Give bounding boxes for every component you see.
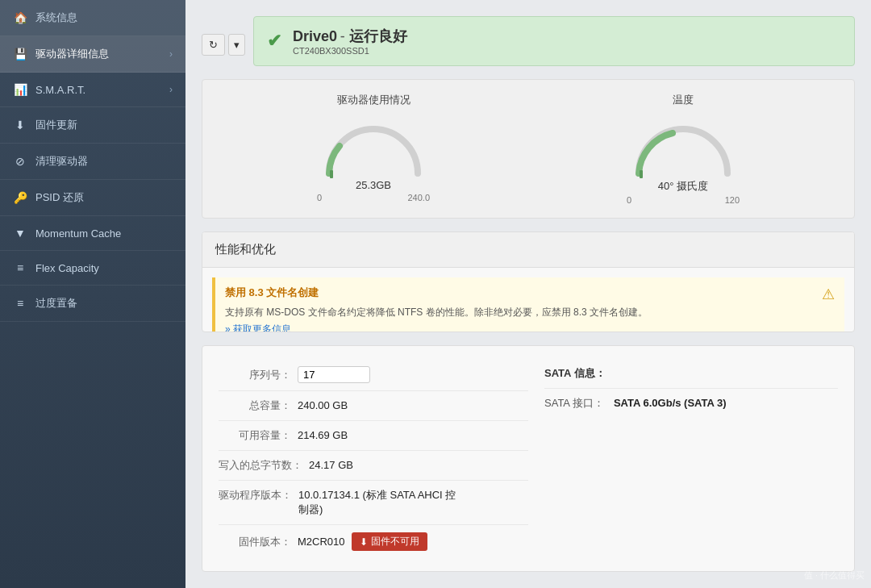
- sidebar-item-label: 固件更新: [35, 118, 77, 132]
- available-label: 可用容量：: [219, 428, 291, 443]
- total-value: 240.00 GB: [298, 399, 348, 411]
- drive-model: CT240BX300SSD1: [293, 46, 407, 56]
- usage-gauge: 驱动器使用情况 25.3GB 0 240.0: [317, 93, 430, 202]
- toolbar: ↻ ▾: [202, 34, 245, 56]
- sidebar-item-smart[interactable]: 📊 S.M.A.R.T. ›: [0, 73, 185, 107]
- sidebar-item-label: S.M.A.R.T.: [35, 84, 85, 96]
- temp-gauge-value: 40° 摄氏度: [658, 179, 708, 194]
- chart-icon: 📊: [13, 83, 27, 96]
- usage-gauge-max: 240.0: [407, 193, 430, 202]
- arrow-icon: ›: [169, 84, 173, 95]
- usage-gauge-svg: [317, 115, 430, 180]
- info-grid: 序列号： 总容量： 240.00 GB 可用容量： 214.69 GB 写入的总…: [219, 359, 838, 558]
- total-label: 总容量：: [219, 398, 291, 413]
- temp-gauge-range: 0 120: [627, 195, 740, 205]
- warning-box: 禁用 8.3 文件名创建 支持原有 MS-DOS 文件命名约定将降低 NTFS …: [212, 277, 844, 332]
- svg-rect-0: [330, 170, 333, 178]
- info-right: SATA 信息： SATA 接口： SATA 6.0Gb/s (SATA 3): [528, 359, 838, 558]
- firmware-row: 固件版本： M2CR010 ⬇ 固件不可用: [219, 525, 528, 558]
- temp-gauge-svg: [627, 115, 740, 180]
- drive-icon: 💾: [13, 48, 27, 60]
- refresh-button[interactable]: ↻: [202, 34, 225, 56]
- sata-info-row: SATA 信息：: [544, 359, 838, 389]
- dropdown-button[interactable]: ▾: [228, 34, 245, 56]
- sidebar-item-overdrive[interactable]: ≡ 过度置备: [0, 286, 185, 322]
- warning-icon: ⚠: [822, 286, 835, 303]
- written-row: 写入的总字节数： 24.17 GB: [219, 451, 528, 481]
- sidebar-item-firmware[interactable]: ⬇ 固件更新: [0, 107, 185, 144]
- written-label: 写入的总字节数：: [219, 458, 302, 473]
- temp-gauge-label: 温度: [673, 93, 694, 107]
- temp-gauge-wrap: [627, 115, 740, 176]
- sidebar: 🏠 系统信息 💾 驱动器详细信息 › 📊 S.M.A.R.T. › ⬇ 固件更新…: [0, 0, 185, 588]
- temp-gauge: 温度 40° 摄氏度 0 120: [627, 93, 740, 205]
- sidebar-item-label: Flex Capacity: [35, 262, 99, 274]
- sata-info-label: SATA 信息：: [544, 366, 606, 381]
- sata-interface-label: SATA 接口：: [544, 396, 604, 411]
- written-value: 24.17 GB: [309, 459, 353, 471]
- sidebar-item-label: PSID 还原: [35, 190, 84, 205]
- firmware-unavail-text: 固件不可用: [371, 535, 419, 548]
- flex-icon: ≡: [13, 261, 27, 274]
- sidebar-item-clean-drive[interactable]: ⊘ 清理驱动器: [0, 144, 185, 180]
- usage-gauge-min: 0: [317, 193, 322, 202]
- warning-title: 禁用 8.3 文件名创建: [225, 286, 815, 300]
- drive-title: Drive0 - 运行良好: [293, 27, 407, 46]
- key-icon: 🔑: [13, 191, 27, 204]
- drive-separator: -: [340, 28, 349, 44]
- driver-value: 10.0.17134.1 (标准 SATA AHCI 控制器): [298, 488, 460, 517]
- info-section: 序列号： 总容量： 240.00 GB 可用容量： 214.69 GB 写入的总…: [202, 345, 855, 572]
- usage-gauge-value: 25.3GB: [356, 179, 391, 191]
- serial-label: 序列号：: [219, 368, 291, 382]
- sidebar-item-label: 清理驱动器: [35, 154, 88, 169]
- warning-content: 禁用 8.3 文件名创建 支持原有 MS-DOS 文件命名约定将降低 NTFS …: [225, 286, 815, 332]
- arrow-icon: ›: [169, 48, 173, 60]
- serial-value: [298, 366, 370, 383]
- firmware-unavail-badge: ⬇ 固件不可用: [352, 532, 427, 551]
- drive-status: 运行良好: [349, 28, 407, 44]
- sidebar-item-system-info[interactable]: 🏠 系统信息: [0, 0, 185, 36]
- download-icon: ⬇: [13, 119, 27, 131]
- sidebar-item-drive-detail[interactable]: 💾 驱动器详细信息 ›: [0, 36, 185, 73]
- home-icon: 🏠: [13, 11, 27, 24]
- usage-gauge-wrap: [317, 115, 430, 176]
- firmware-label: 固件版本：: [219, 535, 291, 549]
- main-content: ↻ ▾ ✔ Drive0 - 运行良好 CT240BX300SSD1 驱动器使用…: [185, 0, 871, 588]
- warning-text: 支持原有 MS-DOS 文件命名约定将降低 NTFS 卷的性能。除非绝对必要，应…: [225, 305, 815, 319]
- temp-gauge-max: 120: [725, 195, 740, 205]
- drive-name: Drive0: [293, 28, 337, 44]
- sata-interface-value: SATA 6.0Gb/s (SATA 3): [614, 397, 727, 409]
- sidebar-item-label: 系统信息: [35, 10, 77, 25]
- driver-row: 驱动程序版本： 10.0.17134.1 (标准 SATA AHCI 控制器): [219, 481, 528, 525]
- sidebar-item-momentum[interactable]: ▼ Momentum Cache: [0, 216, 185, 251]
- available-value: 214.69 GB: [298, 429, 348, 441]
- download-icon: ⬇: [360, 536, 368, 548]
- performance-title: 性能和优化: [202, 232, 854, 268]
- drive-info: Drive0 - 运行良好 CT240BX300SSD1: [293, 27, 407, 56]
- available-row: 可用容量： 214.69 GB: [219, 421, 528, 451]
- total-row: 总容量： 240.00 GB: [219, 391, 528, 421]
- performance-section: 性能和优化 禁用 8.3 文件名创建 支持原有 MS-DOS 文件命名约定将降低…: [202, 231, 855, 332]
- clean-icon: ⊘: [13, 155, 27, 168]
- sata-interface-row: SATA 接口： SATA 6.0Gb/s (SATA 3): [544, 389, 838, 418]
- serial-row: 序列号：: [219, 359, 528, 391]
- usage-gauge-range: 0 240.0: [317, 193, 430, 202]
- drive-status-icon: ✔: [267, 31, 281, 52]
- sidebar-item-label: 驱动器详细信息: [35, 47, 109, 61]
- overdrive-icon: ≡: [13, 297, 27, 310]
- driver-label: 驱动程序版本：: [219, 488, 292, 503]
- temp-gauge-min: 0: [627, 195, 631, 205]
- momentum-icon: ▼: [13, 227, 27, 240]
- sidebar-item-label: Momentum Cache: [35, 227, 121, 240]
- sidebar-item-psid[interactable]: 🔑 PSID 还原: [0, 180, 185, 216]
- svg-rect-1: [640, 170, 643, 178]
- sidebar-item-label: 过度置备: [35, 296, 77, 311]
- info-left: 序列号： 总容量： 240.00 GB 可用容量： 214.69 GB 写入的总…: [219, 359, 528, 558]
- sidebar-item-flex[interactable]: ≡ Flex Capacity: [0, 251, 185, 286]
- gauges-section: 驱动器使用情况 25.3GB 0 240.0 温度: [202, 79, 855, 219]
- warning-link[interactable]: » 获取更多信息: [225, 323, 291, 332]
- drive-header: ✔ Drive0 - 运行良好 CT240BX300SSD1: [253, 16, 855, 66]
- usage-gauge-label: 驱动器使用情况: [337, 93, 410, 107]
- serial-input[interactable]: [298, 366, 370, 383]
- firmware-value: M2CR010: [298, 536, 345, 548]
